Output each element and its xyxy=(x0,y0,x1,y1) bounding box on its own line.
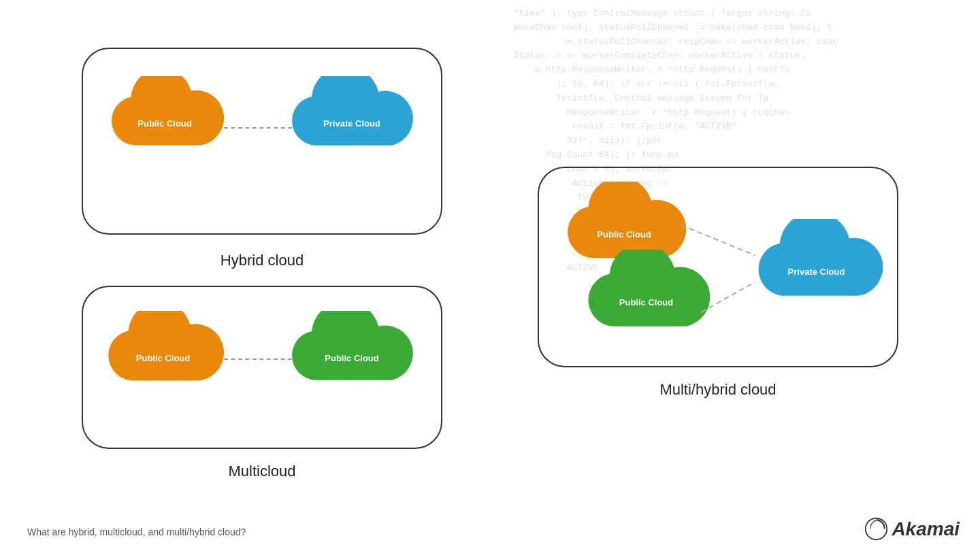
hybrid-cloud-label: Hybrid cloud xyxy=(82,252,442,269)
svg-point-2 xyxy=(866,518,887,540)
multi-public-cloud-1: Public Cloud xyxy=(100,311,226,406)
akamai-logo: Akamai xyxy=(864,517,960,541)
multi-hybrid-box: Public Cloud Private Cloud Public Cloud xyxy=(538,167,898,367)
multi-hybrid-label: Multi/hybrid cloud xyxy=(538,381,898,399)
akamai-logo-icon xyxy=(864,517,888,541)
multi-public-cloud-2: Public Cloud xyxy=(284,311,420,406)
mh-private-cloud-blue: Private Cloud xyxy=(750,219,883,324)
multicloud-connector xyxy=(224,358,292,360)
main-content: Public Cloud Private Cloud Hybrid cloud … xyxy=(0,0,980,551)
footer-caption: What are hybrid, multicloud, and multi/h… xyxy=(27,527,246,537)
hybrid-private-cloud: Private Cloud xyxy=(284,76,420,171)
mh-public-cloud-green: Public Cloud xyxy=(580,250,713,355)
akamai-logo-text: Akamai xyxy=(892,518,960,540)
hybrid-cloud-box: Public Cloud Private Cloud xyxy=(82,48,442,235)
multicloud-box: Public Cloud Public Cloud xyxy=(82,286,442,449)
hybrid-public-cloud: Public Cloud xyxy=(103,76,226,171)
multicloud-label: Multicloud xyxy=(82,463,442,480)
hybrid-connector xyxy=(224,127,292,129)
